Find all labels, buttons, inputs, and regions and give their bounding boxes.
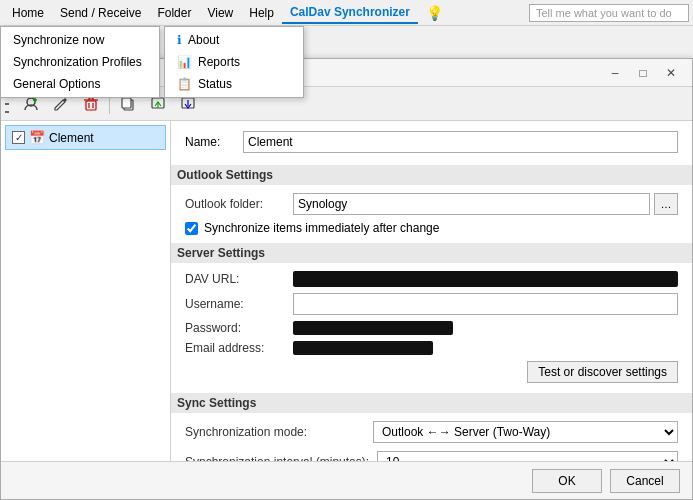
sync-mode-select[interactable]: Outlook ←→ Server (Two-Way) Outlook → Se… [373, 421, 678, 443]
menu-help[interactable]: Help [241, 3, 282, 23]
dav-url-label: DAV URL: [185, 272, 285, 286]
sync-interval-label: Synchronization interval (minutes): [185, 455, 369, 461]
sync-settings-header: Sync Settings [171, 393, 692, 413]
menu-send-receive[interactable]: Send / Receive [52, 3, 149, 23]
info-icon: ℹ [177, 33, 182, 47]
sync-interval-row: Synchronization interval (minutes): 10 5… [185, 451, 678, 461]
server-settings-header: Server Settings [171, 243, 692, 263]
context-menu: Synchronize now Synchronization Profiles… [0, 26, 160, 98]
sync-mode-label: Synchronization mode: [185, 425, 365, 439]
profiles-panel: ✓ 📅 Clement [1, 121, 171, 461]
sync-interval-select[interactable]: 10 5 15 30 60 [377, 451, 678, 461]
profile-clement[interactable]: ✓ 📅 Clement [5, 125, 166, 150]
name-input[interactable] [243, 131, 678, 153]
email-redacted [293, 341, 433, 355]
dialog-bottom-bar: OK Cancel [1, 461, 692, 499]
options-dialog: O Options – □ ✕ [0, 58, 693, 500]
outlook-folder-row: Outlook folder: … [185, 193, 678, 215]
menu-bar: Home Send / Receive Folder View Help Cal… [0, 0, 693, 26]
close-button[interactable]: ✕ [658, 63, 684, 83]
search-text: Tell me what you want to do [536, 7, 672, 19]
reports-icon: 📊 [177, 55, 192, 69]
sync-immediately-checkbox[interactable] [185, 222, 198, 235]
sync-immediately-label: Synchronize items immediately after chan… [204, 221, 439, 235]
password-label: Password: [185, 321, 285, 335]
menu-reports[interactable]: 📊 Reports [165, 51, 303, 73]
menu-home[interactable]: Home [4, 3, 52, 23]
dialog-content: ✓ 📅 Clement Name: Outlook Settings Outlo… [1, 121, 692, 461]
caldav-dropdown: Synchronize now Synchronization Profiles… [0, 26, 304, 98]
menu-caldav[interactable]: CalDav Synchronizer [282, 2, 418, 24]
search-bar[interactable]: Tell me what you want to do [529, 4, 689, 22]
profile-calendar-icon: 📅 [29, 130, 45, 145]
dav-url-redacted [293, 271, 678, 287]
svg-rect-8 [122, 98, 131, 108]
name-row: Name: [185, 131, 678, 153]
outlook-folder-input-group: … [293, 193, 678, 215]
sync-mode-row: Synchronization mode: Outlook ←→ Server … [185, 421, 678, 443]
email-row: Email address: [185, 341, 678, 355]
outlook-folder-label: Outlook folder: [185, 197, 285, 211]
settings-panel: Name: Outlook Settings Outlook folder: …… [171, 121, 692, 461]
outlook-settings-header: Outlook Settings [171, 165, 692, 185]
menu-general-options[interactable]: General Options [1, 73, 159, 95]
profile-checkbox[interactable]: ✓ [12, 131, 25, 144]
ok-button[interactable]: OK [532, 469, 602, 493]
menu-sync-now[interactable]: Synchronize now [1, 29, 159, 51]
outlook-folder-browse-button[interactable]: … [654, 193, 678, 215]
status-icon: 📋 [177, 77, 192, 91]
about-menu: ℹ About 📊 Reports 📋 Status [164, 26, 304, 98]
username-label: Username: [185, 297, 285, 311]
menu-view[interactable]: View [199, 3, 241, 23]
outlook-folder-input[interactable] [293, 193, 650, 215]
dialog-window-controls: – □ ✕ [602, 63, 684, 83]
email-label: Email address: [185, 341, 285, 355]
test-discover-button[interactable]: Test or discover settings [527, 361, 678, 383]
lightbulb-icon: 💡 [426, 5, 443, 21]
menu-folder[interactable]: Folder [149, 3, 199, 23]
cancel-button[interactable]: Cancel [610, 469, 680, 493]
minimize-button[interactable]: – [602, 63, 628, 83]
username-input[interactable] [293, 293, 678, 315]
profile-name: Clement [49, 131, 94, 145]
password-row: Password: [185, 321, 678, 335]
menu-status[interactable]: 📋 Status [165, 73, 303, 95]
menu-sync-profiles[interactable]: Synchronization Profiles [1, 51, 159, 73]
maximize-button[interactable]: □ [630, 63, 656, 83]
username-row: Username: [185, 293, 678, 315]
name-label: Name: [185, 135, 235, 149]
svg-rect-3 [86, 101, 96, 110]
password-redacted [293, 321, 453, 335]
dav-url-row: DAV URL: [185, 271, 678, 287]
menu-about[interactable]: ℹ About [165, 29, 303, 51]
test-btn-row: Test or discover settings [185, 361, 678, 383]
sync-immediately-row: Synchronize items immediately after chan… [185, 221, 678, 235]
